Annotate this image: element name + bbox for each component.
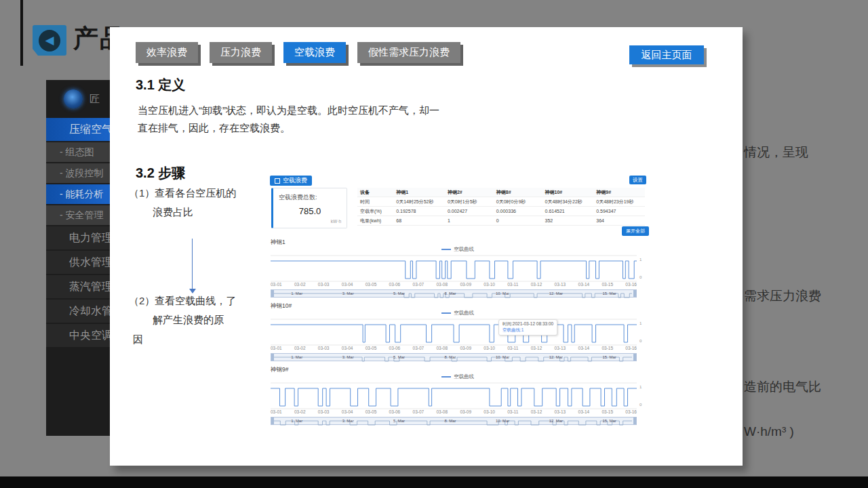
sidebar-item[interactable]: 电力管理 xyxy=(46,226,110,249)
value-cell: 0.614521 xyxy=(542,207,594,216)
row-label-cell: 空载率(%) xyxy=(357,207,393,216)
background-fragment: 情况，呈现 xyxy=(744,144,808,161)
x-tick-label: 03-04 xyxy=(342,409,353,414)
dashboard-screenshot: 空载浪费 设置 空载浪费总数: 785.0 kW·h 设备神钢1神钢2#神钢8#… xyxy=(268,173,650,428)
datazoom-brush[interactable]: 1. Mar3. Mar5. Mar8. Mar10. Mar12. Mar15… xyxy=(271,289,637,298)
brush-date: 10. Mar xyxy=(496,291,509,296)
x-tick-label: 03-05 xyxy=(366,282,377,287)
table-row: 时间0天14时25分52秒0天0时1分5秒0天0时0分9秒0天48时34分22秒… xyxy=(357,197,645,207)
sidebar-logo-row: 匠 xyxy=(46,80,110,118)
definition-line: 直在排气，因此，存在空载浪费。 xyxy=(138,119,497,137)
content-modal: 效率浪费压力浪费空载浪费假性需求压力浪费 返回主页面 3.1 定义 当空压机进入… xyxy=(110,27,743,466)
background-fragment: 需求压力浪费 xyxy=(744,287,821,305)
background-fragment: W·h/m³ ) xyxy=(744,424,794,439)
x-tick-label: 03-12 xyxy=(531,282,542,287)
sidebar-item[interactable]: 压缩空气 xyxy=(46,118,110,141)
back-arrow-icon: ◀ xyxy=(39,30,60,52)
expand-all-button[interactable]: 展开全部 xyxy=(622,226,649,236)
sidebar-item[interactable]: 冷却水管理 xyxy=(46,300,110,323)
brush-handle-right[interactable] xyxy=(633,418,636,424)
row-label-cell: 时间 xyxy=(357,197,393,207)
brush-handle-right[interactable] xyxy=(633,290,636,297)
x-tick-label: 03-13 xyxy=(555,346,566,350)
x-tick-label: 03-06 xyxy=(389,282,401,287)
x-tick-label: 03-06 xyxy=(389,409,401,414)
x-tick-label: 03-14 xyxy=(578,346,590,350)
x-tick-label: 03-16 xyxy=(625,409,637,414)
x-tick-label: 03-06 xyxy=(389,346,401,350)
value-cell: 0.192578 xyxy=(393,207,445,216)
idle-curve-plot[interactable] xyxy=(271,319,637,346)
sidebar-item[interactable]: 中央空调管理 xyxy=(46,324,110,347)
x-tick-label: 03-15 xyxy=(601,282,613,287)
brush-date-labels: 1. Mar3. Mar5. Mar8. Mar10. Mar12. Mar15… xyxy=(271,418,636,424)
row-label-cell: 电量(kwh) xyxy=(357,216,393,226)
x-tick-label: 03-01 xyxy=(271,409,282,414)
x-tick-label: 03-10 xyxy=(484,282,495,287)
datazoom-brush[interactable]: 1. Mar3. Mar5. Mar8. Mar10. Mar12. Mar15… xyxy=(271,417,637,425)
value-cell: 0天48时34分22秒 xyxy=(542,197,594,207)
sidebar-item[interactable]: - 安全管理 xyxy=(46,205,110,225)
x-tick-label: 03-14 xyxy=(578,409,590,414)
x-tick-label: 03-10 xyxy=(484,346,495,350)
sidebar-item[interactable]: - 波段控制 xyxy=(46,163,110,183)
legend-line-icon xyxy=(441,312,451,314)
table-header-cell: 神钢2# xyxy=(445,188,494,197)
value-cell: 0天14时25分52秒 xyxy=(393,197,445,207)
brush-date: 1. Mar xyxy=(291,291,302,296)
brush-date: 15. Mar xyxy=(602,355,616,359)
back-icon[interactable]: ◀ xyxy=(33,25,66,56)
tab-假性需求压力浪费[interactable]: 假性需求压力浪费 xyxy=(357,42,460,63)
brush-date: 8. Mar xyxy=(444,419,456,423)
sidebar-items: 压缩空气- 组态图- 波段控制- 能耗分析- 安全管理电力管理供水管理蒸汽管理冷… xyxy=(46,118,110,347)
x-tick-label: 03-02 xyxy=(294,346,306,350)
x-tick-label: 03-02 xyxy=(294,409,306,414)
table-header-cell: 设备 xyxy=(357,188,393,197)
tab-压力浪费[interactable]: 压力浪费 xyxy=(210,42,272,63)
x-tick-label: 03-04 xyxy=(342,282,353,287)
value-cell: 0天48时23分19秒 xyxy=(593,197,645,207)
brush-handle-left[interactable] xyxy=(271,290,274,297)
brush-date: 12. Mar xyxy=(549,419,563,423)
sidebar-item[interactable]: - 组态图 xyxy=(46,142,110,162)
x-tick-label: 03-11 xyxy=(507,346,518,350)
idle-curve-plot[interactable] xyxy=(271,255,637,282)
brush-handle-left[interactable] xyxy=(271,354,274,361)
chart-神钢10#: 神钢10#空载曲线1003-0103-0203-0303-0403-0503-0… xyxy=(268,301,648,365)
table-row: 空载率(%)0.1925780.0024270.0003360.6145210.… xyxy=(357,207,645,216)
tab-效率浪费[interactable]: 效率浪费 xyxy=(136,42,198,63)
brush-handle-left[interactable] xyxy=(271,418,274,424)
chart-legend[interactable]: 空载曲线 xyxy=(268,246,648,253)
legend-line-icon xyxy=(441,376,451,378)
legend-label: 空载曲线 xyxy=(454,373,474,380)
x-axis-labels: 03-0103-0203-0303-0403-0503-0603-0703-08… xyxy=(271,346,637,350)
y-tick-high: 1 xyxy=(639,321,642,325)
x-tick-label: 03-03 xyxy=(318,409,330,414)
table-header: 设备神钢1神钢2#神钢8#神钢10#神钢9# xyxy=(357,188,645,197)
sidebar-item[interactable]: 供水管理 xyxy=(46,251,110,274)
step1-line2: 浪费占比 xyxy=(153,206,193,219)
brush-date: 15. Mar xyxy=(602,419,616,423)
dashboard-title-badge: 空载浪费 xyxy=(270,176,312,186)
background-fragment: 造前的电气比 xyxy=(744,378,821,396)
tab-空载浪费[interactable]: 空载浪费 xyxy=(283,42,346,63)
settings-button[interactable]: 设置 xyxy=(629,176,646,184)
table-header-cell: 神钢1 xyxy=(393,188,445,197)
sidebar-item[interactable]: 蒸汽管理 xyxy=(46,275,110,298)
chart-legend[interactable]: 空载曲线 xyxy=(268,373,648,380)
x-tick-label: 03-05 xyxy=(366,409,377,414)
definition-line: 当空压机进入“卸载”状态，即认为是空载。此时空压机不产气，却一 xyxy=(138,102,497,119)
x-tick-label: 03-02 xyxy=(294,282,306,287)
brush-handle-right[interactable] xyxy=(633,354,636,361)
x-tick-label: 03-16 xyxy=(625,282,637,287)
x-tick-label: 03-13 xyxy=(555,282,566,287)
idle-waste-total-card: 空载浪费总数: 785.0 kW·h xyxy=(271,188,347,228)
datazoom-brush[interactable]: 1. Mar3. Mar5. Mar8. Mar10. Mar12. Mar15… xyxy=(271,353,637,361)
idle-curve-plot[interactable] xyxy=(271,382,637,409)
x-axis-labels: 03-0103-0203-0303-0403-0503-0603-0703-08… xyxy=(271,282,637,287)
return-home-button[interactable]: 返回主页面 xyxy=(629,45,704,64)
tooltip-time: 时间:2021-03-12 08:33:00 xyxy=(502,321,553,327)
y-tick-high: 1 xyxy=(639,258,642,262)
sidebar-item[interactable]: - 能耗分析 xyxy=(46,184,110,204)
chart-legend[interactable]: 空载曲线 xyxy=(268,310,648,317)
